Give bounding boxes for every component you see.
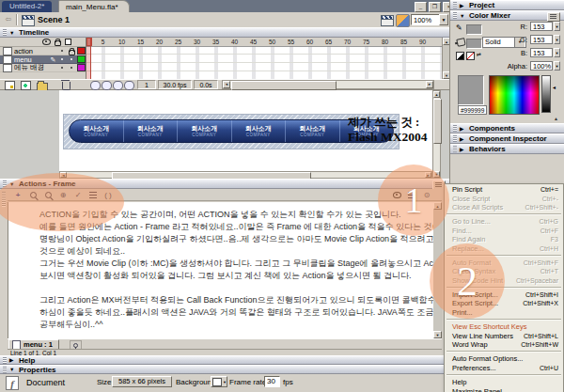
stage-vertical-scrollbar[interactable]: ▲ ▼ [432, 90, 441, 179]
layer-outline-color-chip[interactable] [77, 55, 86, 63]
edit-scene-icon[interactable] [381, 14, 393, 25]
g-spinner[interactable]: ▼ [554, 35, 560, 44]
background-color-picker[interactable]: ▼ [211, 376, 227, 387]
playhead-marker[interactable] [86, 38, 92, 46]
fill-bucket-icon[interactable] [456, 38, 465, 47]
timeline-title: Timeline [19, 28, 49, 37]
frame-rate-indicator[interactable]: 30.0 fps [158, 80, 192, 89]
layer-outline-color-chip[interactable] [77, 64, 86, 71]
expand-arrow-icon[interactable]: ▶ [460, 3, 466, 8]
menu-item-view-esc-shortcut-keys[interactable]: View Esc Shortcut Keys [445, 322, 563, 331]
show-hide-icon[interactable] [42, 39, 51, 45]
r-spinner[interactable]: ▼ [554, 22, 560, 31]
menu-item-preferences[interactable]: Preferences...Ctrl+U [445, 364, 563, 372]
layer-visibility-toggle[interactable] [58, 58, 66, 60]
color-spectrum-picker[interactable] [489, 75, 540, 115]
timeline-header[interactable]: ▼ Timeline [0, 27, 449, 38]
collapse-arrow-icon[interactable]: ▼ [9, 367, 16, 372]
default-colors-icon[interactable] [456, 52, 464, 60]
expand-arrow-icon[interactable]: ▶ [460, 136, 466, 142]
onion-skin-button[interactable] [102, 81, 112, 90]
layer-visibility-toggle[interactable] [58, 50, 66, 52]
scroll-up-icon[interactable]: ▲ [433, 91, 440, 98]
properties-panel-header[interactable]: ▼ Properties [0, 365, 449, 374]
center-frame-button[interactable] [90, 81, 101, 90]
g-input[interactable]: 153 [530, 35, 553, 44]
delete-layer-button[interactable] [62, 81, 70, 90]
help-panel-header[interactable]: ▶ Help [0, 355, 449, 365]
ruler-tick-70: 70 [341, 39, 353, 45]
stage-horizontal-scrollbar[interactable]: ◄ ► [59, 171, 432, 179]
b-spinner[interactable]: ▼ [554, 48, 560, 57]
tab-untitled-2[interactable]: Untitled-2* [2, 1, 52, 12]
slider-arrow-icon[interactable]: ◄ [552, 85, 556, 90]
stroke-color-swatch[interactable] [466, 24, 482, 35]
project-panel-header[interactable]: ▶ Project [450, 0, 564, 10]
stroke-pencil-icon[interactable]: ✎ [456, 24, 462, 32]
add-motion-guide-button[interactable] [21, 81, 31, 90]
layer-lock-toggle[interactable] [68, 67, 75, 69]
outline-icon[interactable] [65, 39, 71, 45]
color-mixer-panel-header[interactable]: ▼ Color Mixer [450, 10, 564, 21]
back-arrow-icon[interactable]: ⇦ [3, 15, 13, 25]
edit-symbol-icon[interactable] [396, 14, 410, 27]
tab-main-menu-fla[interactable]: main_Menu.fla* [58, 0, 130, 12]
brightness-slider[interactable] [541, 75, 551, 113]
banner-button-1[interactable]: 회사소개COMPANY [70, 120, 124, 142]
menu-item-word-wrap[interactable]: Word WrapCtrl+Shift+W [445, 340, 563, 349]
scrollbar-thumb[interactable] [231, 81, 337, 90]
banner-button-3[interactable]: 회사소개COMPANY [178, 120, 232, 142]
menu-item-maximize-panel[interactable]: Maximize Panel [445, 386, 563, 392]
timeline-vertical-scrollbar[interactable]: ▲ ▼ [442, 38, 449, 79]
scroll-right-icon[interactable]: ► [426, 81, 433, 88]
banner-button-5[interactable]: 회사소개COMPANY [286, 120, 340, 142]
banner-button-4[interactable]: 회사소개COMPANY [232, 120, 287, 142]
ruler-tick-45: 45 [247, 39, 259, 45]
minimize-button[interactable]: _ [415, 2, 427, 12]
expand-arrow-icon[interactable]: ▶ [460, 147, 466, 152]
scrollbar-thumb[interactable] [433, 99, 442, 144]
zoom-dropdown-button[interactable]: ▼ [439, 14, 448, 25]
timeline-horizontal-scrollbar[interactable]: ◄ ► [222, 80, 434, 89]
collapse-arrow-icon[interactable]: ▼ [460, 13, 466, 19]
layer-visibility-toggle[interactable] [58, 67, 66, 69]
hex-color-input[interactable]: #999999 [458, 105, 487, 115]
layer-lock-toggle[interactable] [68, 58, 75, 60]
menu-item-view-line-numbers[interactable]: View Line NumbersCtrl+Shift+L [445, 331, 563, 339]
scroll-left-icon[interactable]: ◄ [223, 81, 230, 88]
component-inspector-panel-header[interactable]: ▶ Component Inspector [450, 133, 564, 144]
components-panel-header[interactable]: ▶ Components [450, 123, 564, 133]
collapse-arrow-icon[interactable]: ▼ [9, 30, 16, 36]
menu-separator [446, 319, 561, 321]
fill-color-swatch[interactable] [466, 39, 482, 49]
layer-lock-toggle[interactable] [68, 47, 75, 55]
no-color-icon[interactable] [466, 52, 475, 60]
frame-grid[interactable] [86, 46, 442, 79]
alpha-input[interactable]: 100% [530, 61, 553, 71]
edit-multiple-frames-button[interactable] [124, 81, 134, 90]
timeline-frames[interactable]: 51015202530354045505560657075808590 [86, 38, 442, 79]
swap-colors-icon[interactable]: ⇄ [477, 52, 481, 58]
framerate-input[interactable]: 30 [264, 376, 280, 387]
scroll-down-icon[interactable]: ▼ [433, 331, 442, 338]
expand-arrow-icon[interactable]: ▶ [9, 357, 16, 363]
insert-layer-button[interactable] [5, 81, 15, 90]
scene-breadcrumb[interactable]: Scene 1 [38, 15, 70, 24]
r-input[interactable]: 153 [530, 22, 553, 31]
alpha-spinner[interactable]: ▼ [554, 61, 560, 71]
expand-arrow-icon[interactable]: ▶ [460, 126, 466, 132]
restore-button[interactable]: ❐ [429, 2, 441, 12]
menu-item-pin-script[interactable]: Pin ScriptCtrl+= [445, 185, 563, 194]
menu-item-help[interactable]: Help [445, 378, 563, 386]
banner-button-sublabel: COMPANY [246, 133, 271, 137]
layer-outline-color-chip[interactable] [77, 47, 86, 55]
menu-item-auto-format-options[interactable]: Auto Format Options... [445, 354, 563, 363]
panel-collapse-icon[interactable]: ▲ [554, 116, 558, 121]
b-input[interactable]: 153 [530, 48, 553, 57]
layer-row-메뉴-배경[interactable]: 메뉴 배경 [0, 64, 86, 72]
banner-button-2[interactable]: 회사소개COMPANY [124, 120, 179, 142]
onion-skin-outlines-button[interactable] [113, 81, 123, 90]
behaviors-panel-header[interactable]: ▶ Behaviors [450, 144, 564, 154]
document-size-button[interactable]: 585 x 66 pixels [112, 376, 172, 387]
lock-icon[interactable] [55, 40, 61, 46]
